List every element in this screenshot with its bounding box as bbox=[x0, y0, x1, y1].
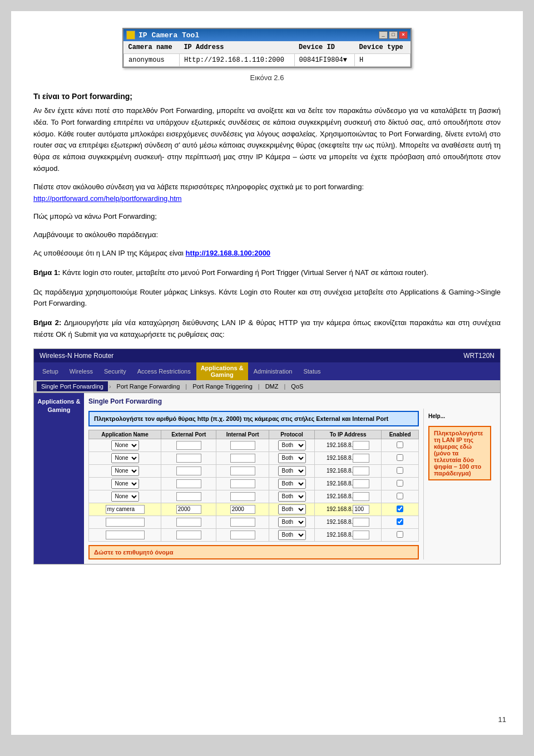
proto-7[interactable]: Both bbox=[278, 517, 306, 527]
ip-last-6[interactable] bbox=[353, 505, 369, 514]
app-name-7[interactable] bbox=[106, 518, 145, 527]
sub-port-range[interactable]: Port Range Forwarding bbox=[112, 381, 185, 391]
col-device-id: Device ID bbox=[294, 41, 355, 54]
ip-last-2[interactable] bbox=[353, 454, 369, 463]
int-port-5[interactable] bbox=[230, 492, 255, 501]
ext-port-8[interactable] bbox=[176, 531, 201, 539]
router-nav: Setup Wireless Security Access Restricti… bbox=[34, 362, 500, 380]
step1-paragraph: Βήμα 1: Κάντε login στο router, μεταβείτ… bbox=[33, 267, 501, 279]
ext-port-3[interactable] bbox=[176, 467, 201, 475]
callout-name: Δώστε το επιθυμητό όνομα bbox=[88, 545, 419, 559]
ext-port-1[interactable] bbox=[176, 441, 201, 450]
minimize-button[interactable]: _ bbox=[379, 31, 388, 39]
nav-setup[interactable]: Setup bbox=[37, 365, 64, 377]
sub-single-port[interactable]: Single Port Forwarding bbox=[37, 381, 108, 391]
ip-address-cell: Http://192.168.1.110:2000 bbox=[179, 54, 294, 67]
nav-administration[interactable]: Administration bbox=[248, 365, 298, 377]
router-section-title: Single Port Forwarding bbox=[88, 397, 496, 405]
assumption-link[interactable]: http://192.168.8.100:2000 bbox=[186, 249, 270, 257]
enabled-7[interactable] bbox=[397, 518, 403, 525]
app-select-1[interactable]: None bbox=[111, 440, 139, 450]
app-select-2[interactable]: None bbox=[111, 453, 139, 463]
ip-camera-window: IP Camera Tool _ □ × Camera name IP Addr… bbox=[122, 28, 412, 68]
int-port-7[interactable] bbox=[230, 518, 255, 527]
callout-ip-text: Πληκτρολογήστε τη LAN IP της κάμερας εδώ… bbox=[428, 426, 491, 480]
window-title: IP Camera Tool bbox=[139, 31, 199, 40]
ip-last-7[interactable] bbox=[353, 518, 369, 527]
ext-port-5[interactable] bbox=[176, 492, 201, 501]
callout-blue: Πληκτρολογήστε τον αριθμό θύρας http (π.… bbox=[88, 411, 419, 426]
spf-area: Πληκτρολογήστε τον αριθμό θύρας http (π.… bbox=[88, 409, 496, 559]
int-port-4[interactable] bbox=[230, 479, 255, 488]
sub-port-trigger[interactable]: Port Range Triggering bbox=[188, 381, 257, 391]
spf-table: Application Name External Port Internal … bbox=[88, 430, 419, 542]
enabled-3[interactable] bbox=[397, 467, 403, 474]
router-help: Help... Πληκτρολογήστε τη LAN IP της κάμ… bbox=[423, 409, 496, 559]
nav-wireless[interactable]: Wireless bbox=[64, 365, 98, 377]
enabled-6[interactable] bbox=[397, 505, 403, 512]
close-button[interactable]: × bbox=[399, 31, 408, 39]
col-device-type: Device type bbox=[355, 41, 411, 54]
enabled-4[interactable] bbox=[397, 480, 403, 487]
callout-blue-text: Πληκτρολογήστε τον αριθμό θύρας http (π.… bbox=[94, 415, 388, 422]
nav-security[interactable]: Security bbox=[98, 365, 132, 377]
page-container: IP Camera Tool _ □ × Camera name IP Addr… bbox=[11, 11, 523, 735]
maximize-button[interactable]: □ bbox=[389, 31, 398, 39]
th-app-name: Application Name bbox=[89, 430, 161, 439]
int-port-2[interactable] bbox=[230, 454, 255, 463]
proto-2[interactable]: Both bbox=[278, 453, 306, 463]
int-port-1[interactable] bbox=[230, 441, 255, 450]
window-controls: _ □ × bbox=[379, 31, 408, 39]
proto-8[interactable]: Both bbox=[278, 530, 306, 540]
proto-6[interactable]: Both bbox=[278, 504, 306, 514]
camera-table: Camera name IP Address Device ID Device … bbox=[123, 41, 411, 67]
app-select-5[interactable]: None bbox=[111, 492, 139, 502]
router-sidebar: Applications &Gaming bbox=[34, 393, 84, 564]
ext-port-6[interactable] bbox=[176, 505, 201, 514]
enabled-1[interactable] bbox=[397, 441, 403, 448]
page-number: 11 bbox=[498, 715, 506, 724]
proto-1[interactable]: Both bbox=[278, 440, 306, 450]
paragraph-2-text: Πιέστε στον ακόλουθο σύνδεση για να λάβε… bbox=[33, 183, 364, 191]
table-row: Both 192.168.8. bbox=[89, 528, 419, 541]
ip-last-1[interactable] bbox=[353, 441, 369, 450]
device-type-cell: H bbox=[355, 54, 411, 67]
nav-access-restrictions[interactable]: Access Restrictions bbox=[132, 365, 196, 377]
table-row: None Both 192.168.8. bbox=[89, 451, 419, 464]
ext-port-4[interactable] bbox=[176, 479, 201, 488]
ip-last-8[interactable] bbox=[353, 531, 369, 539]
paragraph-1: Αν δεν έχετε κάνει ποτέ στο παρελθόν Por… bbox=[33, 105, 501, 175]
proto-4[interactable]: Both bbox=[278, 479, 306, 489]
app-name-8[interactable] bbox=[106, 531, 145, 539]
table-row: None Both 192.168.8. bbox=[89, 490, 419, 503]
table-row: anonymous Http://192.168.1.110:2000 0084… bbox=[124, 54, 411, 67]
ip-last-4[interactable] bbox=[353, 479, 369, 488]
enabled-5[interactable] bbox=[397, 493, 403, 499]
enabled-2[interactable] bbox=[397, 454, 403, 461]
assumption-text: Ας υποθέσουμε ότι η LAN IP της Κάμερας ε… bbox=[33, 249, 184, 257]
device-id-cell: 00841FI9804▼ bbox=[294, 54, 355, 67]
table-row: None Both 192.168.8. bbox=[89, 477, 419, 490]
ext-port-7[interactable] bbox=[176, 518, 201, 527]
int-port-3[interactable] bbox=[230, 467, 255, 475]
int-port-8[interactable] bbox=[230, 531, 255, 539]
th-proto: Protocol bbox=[269, 430, 314, 439]
table-row-my-camera: Both 192.168.8. bbox=[89, 503, 419, 516]
enabled-8[interactable] bbox=[397, 531, 403, 538]
int-port-6[interactable] bbox=[230, 505, 255, 514]
app-select-4[interactable]: None bbox=[111, 479, 139, 489]
nav-status[interactable]: Status bbox=[298, 365, 326, 377]
ip-last-5[interactable] bbox=[353, 492, 369, 501]
portforward-link[interactable]: http://portforward.com/help/portforwardi… bbox=[33, 194, 182, 203]
app-select-3[interactable]: None bbox=[111, 466, 139, 476]
sub-dmz[interactable]: DMZ bbox=[261, 381, 283, 391]
nav-applications-gaming[interactable]: Applications &Gaming bbox=[196, 362, 248, 380]
sub-qos[interactable]: QoS bbox=[286, 381, 308, 391]
proto-5[interactable]: Both bbox=[278, 492, 306, 502]
ip-last-3[interactable] bbox=[353, 467, 369, 475]
proto-3[interactable]: Both bbox=[278, 466, 306, 476]
ext-port-2[interactable] bbox=[176, 454, 201, 463]
table-row: None Both 192.168.8. bbox=[89, 439, 419, 451]
th-enabled: Enabled bbox=[382, 430, 419, 439]
app-name-6[interactable] bbox=[106, 505, 145, 514]
